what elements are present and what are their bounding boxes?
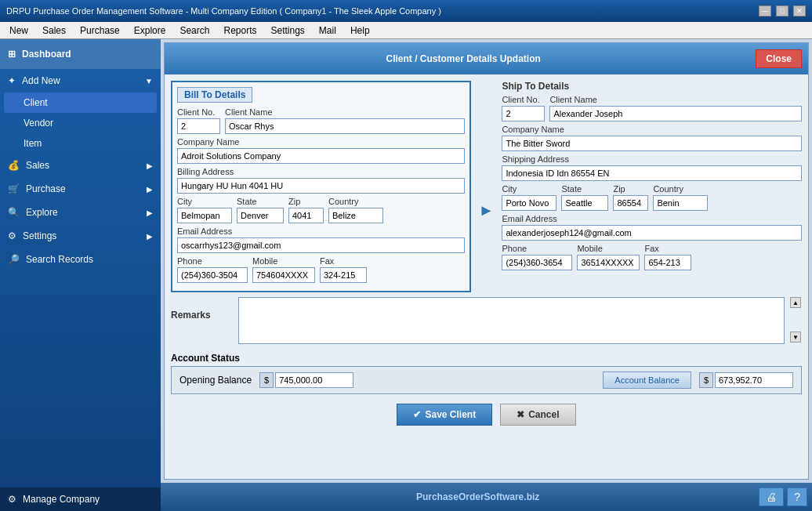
bill-mobile-input[interactable] xyxy=(252,267,315,283)
bill-country-input[interactable] xyxy=(328,208,383,223)
remarks-section: Remarks ▲ ▼ xyxy=(171,297,802,346)
bill-city-label: City xyxy=(177,197,232,206)
settings-arrow: ▶ xyxy=(147,232,153,241)
ship-mobile-input[interactable] xyxy=(577,255,640,270)
opening-balance-currency: $ xyxy=(259,372,274,388)
bill-client-no-input[interactable] xyxy=(177,118,220,134)
ship-zip-input[interactable] xyxy=(613,195,648,211)
menu-mail[interactable]: Mail xyxy=(313,24,343,38)
ship-phone-label: Phone xyxy=(502,244,572,253)
ship-mobile-label: Mobile xyxy=(577,244,640,253)
bill-mobile-label: Mobile xyxy=(252,256,315,266)
sidebar-item-sales[interactable]: 💰 Sales ▶ xyxy=(0,154,161,177)
bill-address-group: Billing Address xyxy=(177,167,465,194)
ship-country-input[interactable] xyxy=(653,195,708,211)
ship-client-no-group: Client No. xyxy=(502,95,545,121)
ship-fax-input[interactable] xyxy=(644,255,691,270)
bill-client-name-label: Client Name xyxy=(225,107,465,117)
sidebar-item-explore[interactable]: 🔍 Explore ▶ xyxy=(0,201,161,224)
ship-company-input[interactable] xyxy=(502,136,802,151)
sidebar-item-vendor[interactable]: Vendor xyxy=(0,113,161,133)
account-balance-button[interactable]: Account Balance xyxy=(603,371,691,389)
title-bar-text: DRPU Purchase Order Management Software … xyxy=(6,6,441,16)
bill-city-input[interactable] xyxy=(177,208,232,223)
bill-email-label: Email Address xyxy=(177,227,465,236)
account-balance-field: $ xyxy=(699,372,793,388)
close-button[interactable]: Close xyxy=(756,49,802,68)
sidebar-dashboard[interactable]: ⊞ Dashboard xyxy=(0,39,161,69)
ship-client-name-input[interactable] xyxy=(549,106,802,121)
ship-address-input[interactable] xyxy=(502,165,802,181)
remarks-scroll-down[interactable]: ▼ xyxy=(790,332,801,342)
dashboard-label: Dashboard xyxy=(22,49,71,60)
bill-phone-input[interactable] xyxy=(177,267,248,283)
bill-mobile-group: Mobile xyxy=(252,256,315,283)
bill-client-name-input[interactable] xyxy=(225,118,465,134)
footer-bar: PurchaseOrderSoftware.biz 🖨 ? xyxy=(161,483,812,511)
account-status-label: Account Status xyxy=(171,353,802,364)
ship-client-name-group: Client Name xyxy=(549,95,802,121)
bill-phone-group: Phone xyxy=(177,256,248,283)
menu-purchase[interactable]: Purchase xyxy=(74,24,126,38)
bill-state-input[interactable] xyxy=(237,208,284,223)
bill-to-section: Bill To Details Client No. Client Name xyxy=(171,81,471,292)
window-close-button[interactable]: ✕ xyxy=(793,5,806,16)
sidebar-item-purchase[interactable]: 🛒 Purchase ▶ xyxy=(0,177,161,201)
footer-brand: PurchaseOrderSoftware.biz xyxy=(416,491,539,502)
menu-search[interactable]: Search xyxy=(173,24,216,38)
sidebar-item-search-records[interactable]: 🔎 Search Records xyxy=(0,248,161,271)
menu-help[interactable]: Help xyxy=(344,24,376,38)
title-bar: DRPU Purchase Order Management Software … xyxy=(0,0,812,22)
ship-city-row: City State Zip xyxy=(502,184,802,211)
bill-email-input[interactable] xyxy=(177,237,465,253)
ship-country-group: Country xyxy=(653,184,708,211)
menu-bar: New Sales Purchase Explore Search Report… xyxy=(0,22,812,39)
ship-client-no-input[interactable] xyxy=(502,106,545,121)
cancel-icon: ✖ xyxy=(517,409,524,420)
ship-to-section: Ship To Details Client No. Client Name xyxy=(502,81,802,292)
sidebar-item-add-new[interactable]: ✦ Add New ▼ xyxy=(0,69,161,92)
ship-client-no-label: Client No. xyxy=(502,95,545,104)
bill-to-inner: Bill To Details Client No. Client Name xyxy=(171,81,471,292)
sidebar-item-item[interactable]: Item xyxy=(0,133,161,154)
bill-city-group: City xyxy=(177,197,232,223)
ship-phone-input[interactable] xyxy=(502,255,572,270)
menu-settings[interactable]: Settings xyxy=(265,24,311,38)
bill-fax-input[interactable] xyxy=(320,267,367,283)
bill-company-input[interactable] xyxy=(177,148,465,164)
save-client-button[interactable]: ✔ Save Client xyxy=(397,404,492,426)
sidebar-item-client[interactable]: Client xyxy=(4,92,157,113)
menu-sales[interactable]: Sales xyxy=(36,24,72,38)
footer-help-button[interactable]: ? xyxy=(787,487,807,506)
ship-email-input[interactable] xyxy=(502,225,802,241)
sidebar-item-settings[interactable]: ⚙ Settings ▶ xyxy=(0,224,161,248)
ship-zip-label: Zip xyxy=(613,184,648,194)
form-window: Client / Customer Details Updation Close… xyxy=(164,42,809,480)
menu-new[interactable]: New xyxy=(3,24,34,38)
footer-print-button[interactable]: 🖨 xyxy=(759,487,784,506)
ship-fax-group: Fax xyxy=(644,244,691,270)
opening-balance-field: $ xyxy=(259,372,353,388)
title-bar-controls: — □ ✕ xyxy=(759,5,806,16)
menu-reports[interactable]: Reports xyxy=(217,24,263,38)
bill-state-group: State xyxy=(237,197,284,223)
ship-city-input[interactable] xyxy=(502,195,556,211)
settings-icon: ⚙ xyxy=(8,230,16,241)
minimize-button[interactable]: — xyxy=(759,5,771,16)
sidebar-manage-company[interactable]: ⚙ Manage Company xyxy=(0,487,161,511)
maximize-button[interactable]: □ xyxy=(776,5,788,16)
bill-address-input[interactable] xyxy=(177,178,465,194)
main-layout: ⊞ Dashboard ✦ Add New ▼ Client Vendor It… xyxy=(0,39,812,511)
remarks-scroll-up[interactable]: ▲ xyxy=(790,297,801,308)
account-status-section: Account Status Opening Balance $ Account… xyxy=(171,353,802,394)
menu-explore[interactable]: Explore xyxy=(128,24,172,38)
ship-state-input[interactable] xyxy=(561,195,608,211)
account-balance-input[interactable] xyxy=(715,372,793,388)
cancel-button[interactable]: ✖ Cancel xyxy=(500,404,575,426)
bill-zip-input[interactable] xyxy=(288,208,324,223)
details-columns: Bill To Details Client No. Client Name xyxy=(171,81,802,292)
bill-state-label: State xyxy=(237,197,284,206)
opening-balance-input[interactable] xyxy=(275,372,353,388)
remarks-textarea[interactable] xyxy=(238,297,785,344)
ship-client-name-label: Client Name xyxy=(549,95,802,104)
